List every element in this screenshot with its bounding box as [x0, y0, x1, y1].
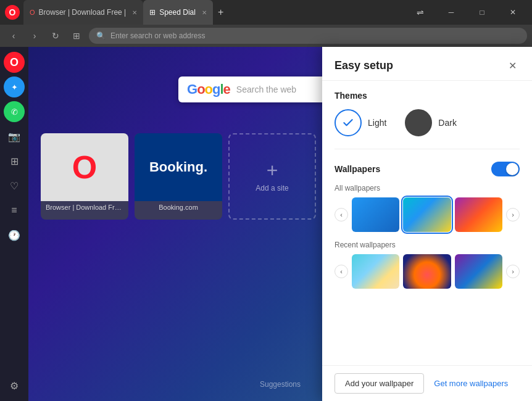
recent-wallpapers-row: ‹ › — [335, 254, 520, 289]
address-bar[interactable]: 🔍 Enter search or web address — [89, 28, 527, 44]
address-bar-placeholder: Enter search or web address — [110, 31, 205, 40]
tab-speed-dial-close[interactable]: ✕ — [202, 9, 207, 16]
refresh-button[interactable]: ↻ — [47, 27, 64, 44]
opera-icon: O — [72, 149, 97, 186]
all-wallpapers-thumbnails — [352, 197, 502, 232]
sidebar-item-messenger[interactable]: ✦ — [4, 76, 25, 97]
maximize-button[interactable]: □ — [468, 3, 496, 22]
add-site-plus-icon: + — [267, 160, 278, 180]
back-button[interactable]: ‹ — [5, 27, 22, 44]
themes-section-title: Themes — [335, 91, 520, 101]
tab-opera-close[interactable]: ✕ — [132, 9, 137, 16]
tab-speed-dial-icon: ⊞ — [149, 8, 156, 17]
sidebar: O ✦ ✆ 📷 ⊞ ♡ ≡ 🕐 ⚙ — [0, 47, 28, 401]
recent-wallpapers-next-button[interactable]: › — [506, 265, 520, 278]
wallpaper-sunset[interactable] — [403, 254, 451, 289]
sidebar-item-history[interactable]: 🕐 — [4, 225, 25, 246]
speed-dial-opera[interactable]: O Browser | Download Free | Fast... — [41, 133, 128, 220]
sidebar-item-whatsapp[interactable]: ✆ — [4, 101, 25, 122]
panel-body: Themes Light Dark Wallpapers — [322, 81, 532, 365]
add-site-button[interactable]: + Add a site — [228, 133, 316, 220]
close-button[interactable]: ✕ — [499, 3, 527, 22]
speed-dial-grid: O Browser | Download Free | Fast... Book… — [41, 133, 316, 220]
sidebar-item-notes[interactable]: ≡ — [4, 200, 25, 221]
theme-option-dark[interactable]: Dark — [405, 109, 457, 136]
suggestions-label: Suggestions — [260, 380, 301, 389]
add-site-label: Add a site — [256, 184, 288, 192]
sidebar-item-extensions[interactable]: ⊞ — [4, 151, 25, 172]
dial-thumb-booking: Booking. — [135, 133, 222, 201]
sidebar-item-favorites[interactable]: ♡ — [4, 175, 25, 196]
wallpapers-prev-button[interactable]: ‹ — [335, 208, 348, 221]
nav-bar: ‹ › ↻ ⊞ 🔍 Enter search or web address — [0, 25, 532, 47]
recent-wallpapers-label: Recent wallpapers — [335, 241, 520, 249]
theme-circle-dark — [405, 109, 432, 136]
wallpaper-blue[interactable] — [352, 197, 399, 232]
tab-opera[interactable]: O Browser | Download Free | ✕ — [23, 0, 143, 25]
forward-button[interactable]: › — [26, 27, 43, 44]
dial-thumb-opera: O — [41, 133, 128, 201]
dial-label-opera: Browser | Download Free | Fast... — [41, 201, 128, 215]
panel-title: Easy setup — [335, 59, 393, 72]
all-wallpapers-row: ‹ › — [335, 197, 520, 232]
wallpapers-toggle[interactable] — [491, 162, 520, 176]
main-content: O ✦ ✆ 📷 ⊞ ♡ ≡ 🕐 ⚙ Google Search the web … — [0, 47, 532, 401]
all-wallpapers-label: All wallpapers — [335, 184, 520, 192]
speed-dial-booking[interactable]: Booking. Booking.com — [135, 133, 222, 220]
easy-setup-panel: Easy setup ✕ Themes Light Dark — [322, 47, 532, 401]
wallpapers-section-title: Wallpapers — [335, 164, 380, 174]
wallpaper-wave[interactable] — [403, 197, 451, 232]
wallpaper-purple[interactable] — [455, 197, 502, 232]
get-more-wallpapers-link[interactable]: Get more wallpapers — [434, 379, 508, 388]
opera-logo: O — [5, 5, 20, 20]
tab-opera-label: Browser | Download Free | — [39, 8, 127, 17]
add-wallpaper-button[interactable]: Add your wallpaper — [335, 373, 424, 394]
wallpapers-header: Wallpapers — [335, 162, 520, 176]
sidebar-item-opera[interactable]: O — [4, 52, 25, 73]
panel-header: Easy setup ✕ — [322, 47, 532, 81]
checkmark-icon — [342, 117, 354, 129]
booking-logo: Booking. — [149, 159, 207, 175]
grid-button[interactable]: ⊞ — [68, 27, 85, 44]
title-bar: O O Browser | Download Free | ✕ ⊞ Speed … — [0, 0, 532, 25]
theme-circle-light — [335, 109, 362, 136]
add-tab-button[interactable]: + — [213, 0, 228, 25]
tab-speed-dial-label: Speed Dial — [159, 8, 196, 17]
tab-opera-icon: O — [30, 9, 35, 16]
dial-label-booking: Booking.com — [135, 201, 222, 215]
window-controls: ⇌ ─ □ ✕ — [406, 3, 527, 22]
sidebar-item-settings[interactable]: ⚙ — [4, 375, 25, 396]
panel-close-button[interactable]: ✕ — [505, 58, 520, 73]
minimize-button[interactable]: ─ — [437, 3, 465, 22]
address-bar-icon: 🔍 — [96, 31, 106, 40]
stash-button[interactable]: ⇌ — [406, 3, 434, 22]
wallpapers-next-button[interactable]: › — [506, 208, 520, 221]
tab-speed-dial[interactable]: ⊞ Speed Dial ✕ — [143, 0, 213, 25]
themes-row: Light Dark — [335, 109, 520, 149]
recent-wallpapers-prev-button[interactable]: ‹ — [335, 265, 348, 278]
panel-footer: Add your wallpaper Get more wallpapers — [322, 365, 532, 401]
theme-option-light[interactable]: Light — [335, 109, 386, 136]
theme-light-label: Light — [368, 118, 386, 128]
search-placeholder: Search the web — [236, 85, 296, 94]
tab-bar: O Browser | Download Free | ✕ ⊞ Speed Di… — [23, 0, 402, 25]
wallpaper-room[interactable] — [352, 254, 399, 289]
wallpaper-purple2[interactable] — [455, 254, 502, 289]
theme-dark-label: Dark — [438, 118, 457, 128]
google-logo: Google — [187, 81, 230, 97]
recent-wallpapers-thumbnails — [352, 254, 502, 289]
sidebar-item-camera[interactable]: 📷 — [4, 126, 25, 147]
